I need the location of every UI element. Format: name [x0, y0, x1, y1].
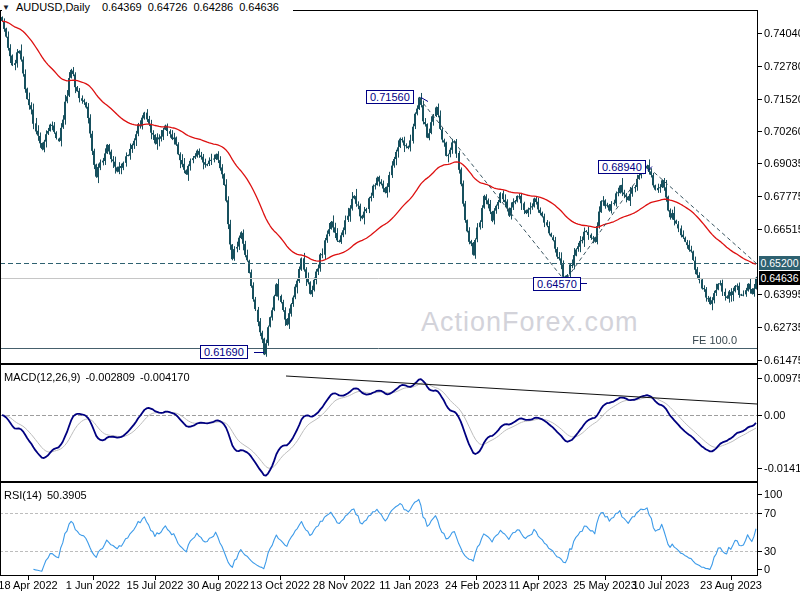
date-axis-label: 23 Aug 2023 [700, 579, 762, 591]
low-value: 0.64286 [193, 1, 233, 13]
macd-axis-tick: 0.009751 [764, 372, 800, 384]
current-price-badge: 0.64636 [759, 271, 800, 285]
macd-signal-value: -0.004170 [140, 371, 190, 383]
date-axis-label: 1 Jun 2022 [66, 579, 120, 591]
chevron-down-icon[interactable]: ▼ [2, 3, 10, 12]
price-axis-tick: 0.66515 [764, 223, 800, 235]
macd-axis-tick: -0.014107 [764, 462, 800, 474]
macd-label: MACD(12,26,9)-0.002809-0.004170 [4, 371, 195, 383]
rsi-axis-tick: 30 [764, 545, 776, 557]
symbol-label: AUDUSD,Daily [16, 1, 90, 13]
date-axis-label: 28 Nov 2022 [313, 579, 375, 591]
date-axis-label: 25 May 2023 [573, 579, 637, 591]
rsi-label: RSI(14)50.3905 [4, 489, 92, 501]
macd-name: MACD(12,26,9) [4, 371, 80, 383]
open-value: 0.64369 [102, 1, 142, 13]
rsi-axis-tick: 0 [764, 563, 770, 575]
price-annotation[interactable]: 0.61690 [200, 345, 248, 359]
price-axis-tick: 0.74040 [764, 27, 800, 39]
macd-axis-tick: 0.00 [764, 409, 785, 421]
macd-main-value: -0.002809 [85, 371, 135, 383]
price-axis-tick: 0.63995 [764, 288, 800, 300]
price-annotation[interactable]: 0.71560 [366, 90, 414, 104]
date-axis-label: 24 Feb 2023 [445, 579, 507, 591]
price-axis-tick: 0.61475 [764, 354, 800, 366]
date-axis-label: 15 Jul 2022 [127, 579, 184, 591]
price-annotation[interactable]: 0.64570 [533, 277, 581, 291]
rsi-value: 50.3905 [47, 489, 87, 501]
date-axis-label: 11 Jan 2023 [379, 579, 439, 591]
chart-window: ActionForex.com ▼AUDUSD,Daily0.643690.64… [0, 0, 800, 600]
rsi-axis-tick: 100 [764, 488, 782, 500]
close-value: 0.64636 [239, 1, 279, 13]
price-annotation[interactable]: 0.68940 [598, 160, 646, 174]
high-value: 0.64726 [148, 1, 188, 13]
symbol-header: ▼AUDUSD,Daily0.643690.647260.642860.6463… [2, 1, 293, 15]
date-axis-label: 13 Oct 2022 [250, 579, 310, 591]
price-axis-tick: 0.70260 [764, 125, 800, 137]
rsi-name: RSI(14) [4, 489, 42, 501]
resistance-price-badge: 0.65200 [759, 256, 800, 270]
price-axis-tick: 0.71520 [764, 93, 800, 105]
date-axis-label: 10 Jul 2023 [633, 579, 690, 591]
price-axis-tick: 0.69035 [764, 157, 800, 169]
fibonacci-expansion-label: FE 100.0 [692, 334, 737, 346]
price-axis-tick: 0.72780 [764, 60, 800, 72]
rsi-axis-tick: 70 [764, 507, 776, 519]
date-axis-label: 11 Apr 2023 [509, 579, 568, 591]
price-axis-tick: 0.62735 [764, 321, 800, 333]
price-axis-tick: 0.67775 [764, 190, 800, 202]
date-axis-label: 18 Apr 2022 [0, 579, 58, 591]
date-axis-label: 30 Aug 2022 [187, 579, 249, 591]
